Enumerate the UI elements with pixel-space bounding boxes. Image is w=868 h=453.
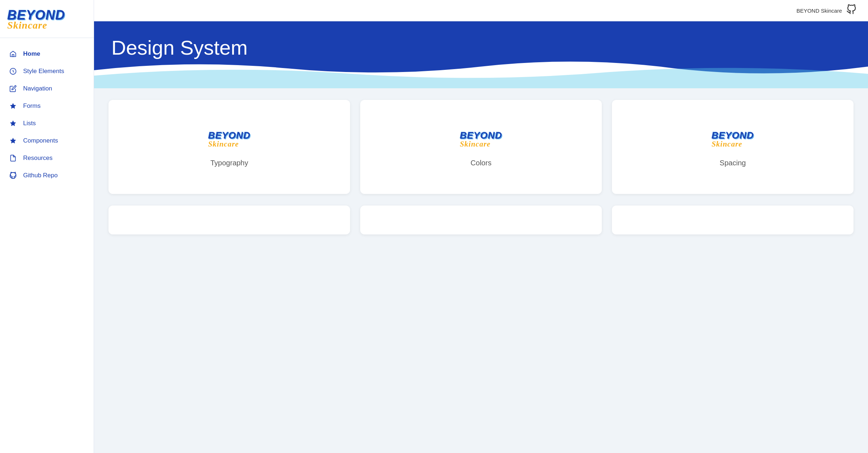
svg-marker-3	[10, 138, 16, 144]
sidebar-item-label-home: Home	[23, 50, 40, 58]
card-partial-1[interactable]	[109, 206, 350, 234]
cards-grid: BEYOND Skincare Typography BEYOND Skinca…	[94, 88, 868, 206]
logo: BEYOND Skincare	[7, 9, 65, 30]
sidebar-item-label-lists: Lists	[23, 120, 36, 127]
sidebar-item-label-github-repo: Github Repo	[23, 172, 58, 179]
sidebar-item-home[interactable]: Home	[0, 45, 94, 63]
sidebar-item-github-repo[interactable]: Github Repo	[0, 167, 94, 184]
github-repo-icon	[9, 172, 17, 179]
lists-icon	[9, 120, 17, 127]
nav-menu: Home Style Elements Navigation	[0, 38, 94, 453]
card-label-colors: Colors	[471, 159, 492, 167]
card-logo-beyond-typography: BEYOND	[208, 130, 250, 141]
topbar-brand-label: BEYOND Skincare	[796, 8, 842, 14]
hero-banner: Design System	[94, 21, 868, 88]
github-icon[interactable]	[846, 4, 856, 17]
sidebar-item-components[interactable]: Components	[0, 132, 94, 149]
sidebar-item-label-style-elements: Style Elements	[23, 68, 64, 75]
card-logo-beyond-colors: BEYOND	[460, 130, 502, 141]
hero-wave	[94, 59, 868, 88]
card-logo-typography: BEYOND Skincare	[208, 130, 250, 149]
card-partial-2[interactable]	[360, 206, 602, 234]
sidebar-item-lists[interactable]: Lists	[0, 115, 94, 132]
card-colors[interactable]: BEYOND Skincare Colors	[360, 100, 602, 194]
bottom-cards	[94, 206, 868, 246]
sidebar-item-label-components: Components	[23, 137, 58, 144]
main-content: BEYOND Skincare Design System BEYOND Ski…	[94, 0, 868, 453]
home-icon	[9, 50, 17, 58]
card-logo-beyond-spacing: BEYOND	[711, 130, 754, 141]
forms-icon	[9, 102, 17, 110]
card-logo-colors: BEYOND Skincare	[460, 130, 502, 149]
sidebar: BEYOND Skincare Home Style Elements	[0, 0, 94, 453]
sidebar-logo: BEYOND Skincare	[0, 0, 94, 38]
card-typography[interactable]: BEYOND Skincare Typography	[109, 100, 350, 194]
navigation-icon	[9, 85, 17, 92]
svg-rect-0	[12, 55, 14, 57]
sidebar-item-label-resources: Resources	[23, 154, 52, 162]
card-logo-spacing: BEYOND Skincare	[711, 130, 754, 149]
components-icon	[9, 137, 17, 144]
card-label-typography: Typography	[210, 159, 248, 167]
sidebar-item-label-navigation: Navigation	[23, 85, 52, 92]
sidebar-item-resources[interactable]: Resources	[0, 149, 94, 167]
svg-marker-2	[10, 120, 16, 126]
sidebar-item-style-elements[interactable]: Style Elements	[0, 63, 94, 80]
topbar: BEYOND Skincare	[94, 0, 868, 21]
sidebar-item-label-forms: Forms	[23, 102, 41, 110]
svg-marker-1	[10, 103, 16, 109]
style-elements-icon	[9, 68, 17, 75]
card-spacing[interactable]: BEYOND Skincare Spacing	[612, 100, 854, 194]
card-partial-3[interactable]	[612, 206, 854, 234]
sidebar-item-navigation[interactable]: Navigation	[0, 80, 94, 97]
resources-icon	[9, 154, 17, 162]
hero-title: Design System	[111, 36, 851, 59]
sidebar-item-forms[interactable]: Forms	[0, 97, 94, 115]
card-label-spacing: Spacing	[720, 159, 746, 167]
